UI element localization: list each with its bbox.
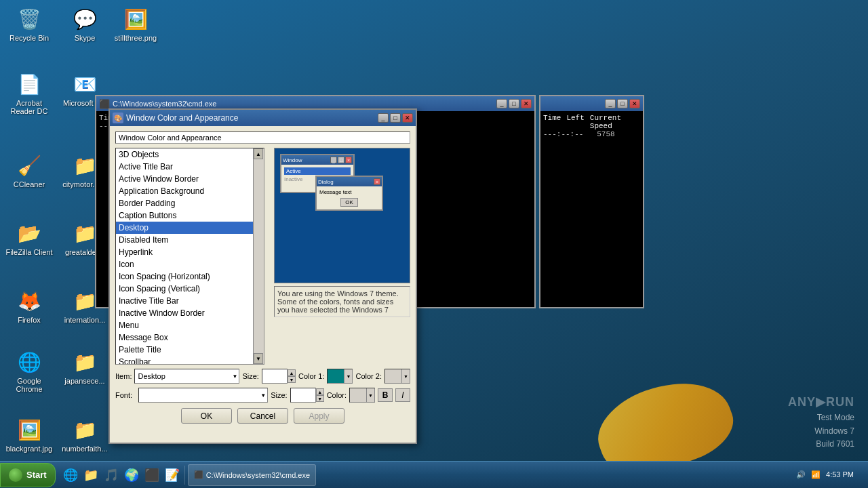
- cmd-win-controls: _ □ ✕: [496, 99, 532, 108]
- desktop-icon-firefox[interactable]: 🦊 Firefox: [2, 285, 56, 327]
- desktop-icon-recycle-bin[interactable]: 🗑️ Recycle Bin: [2, 3, 56, 45]
- taskbar-cmd-icon[interactable]: ⬛: [142, 466, 161, 485]
- color1-dropdown-arrow: ▼: [344, 369, 352, 383]
- cancel-button[interactable]: Cancel: [237, 408, 288, 424]
- list-item-hyperlink[interactable]: Hyperlink: [116, 246, 253, 258]
- start-button[interactable]: Start: [0, 463, 56, 487]
- dialog-maximize-button[interactable]: □: [390, 113, 401, 123]
- ok-button[interactable]: OK: [181, 408, 232, 424]
- desktop-icon-skype[interactable]: 💬 Skype: [58, 3, 112, 45]
- cmd-maximize-button[interactable]: □: [509, 99, 519, 108]
- clock-time: 4:53 PM: [826, 470, 854, 480]
- network-icon[interactable]: 📶: [811, 470, 821, 479]
- list-item-app-background[interactable]: Application Background: [116, 185, 253, 197]
- list-item-message-box[interactable]: Message Box: [116, 331, 253, 344]
- font-italic-button[interactable]: I: [395, 388, 410, 402]
- list-item-active-titlebar[interactable]: Active Title Bar: [116, 161, 253, 173]
- desktop-icon-blackgrant[interactable]: 🖼️ blackgrant.jpg: [2, 413, 56, 455]
- monitor-close-button[interactable]: ✕: [629, 99, 640, 108]
- size-decrement-button[interactable]: ▼: [288, 376, 296, 383]
- monitor-minimize-button[interactable]: _: [605, 99, 616, 108]
- list-item-scrollbar[interactable]: Scrollbar: [116, 356, 253, 364]
- dialog-minimize-button[interactable]: _: [378, 113, 389, 123]
- dialog-titlebar[interactable]: 🎨 Window Color and Appearance _ □ ✕: [110, 110, 416, 126]
- taskbar-browser2-icon[interactable]: 🌍: [122, 466, 141, 485]
- item-dropdown-arrow: ▼: [233, 373, 238, 380]
- test-mode-label: Test Mode: [788, 411, 854, 424]
- appearance-dialog: 🎨 Window Color and Appearance _ □ ✕ Wind…: [108, 108, 417, 444]
- taskbar-folder-icon[interactable]: 📁: [81, 466, 100, 485]
- list-item-icon-spacing-h[interactable]: Icon Spacing (Horizontal): [116, 270, 253, 283]
- item-list[interactable]: 3D Objects Active Title Bar Active Windo…: [116, 148, 253, 364]
- font-bold-button[interactable]: B: [378, 388, 393, 402]
- apply-button[interactable]: Apply: [294, 408, 344, 424]
- right-panel: Window _ □ × Active Inactive: [274, 148, 410, 365]
- international-icon: 📁: [71, 287, 98, 314]
- font-size-input[interactable]: [290, 388, 316, 403]
- item-label: Item:: [115, 372, 132, 380]
- taskbar-items: ⬛ C:\Windows\system32\cmd.exe: [185, 462, 791, 488]
- scrollbar-down-arrow[interactable]: ▼: [254, 353, 263, 364]
- desktop-icon-acrobat[interactable]: 📄 Acrobat Reader DC: [2, 68, 56, 118]
- size-input[interactable]: [262, 369, 288, 384]
- font-size-decrement-button[interactable]: ▼: [316, 395, 324, 402]
- scrollbar-up-arrow[interactable]: ▲: [254, 148, 263, 159]
- desktop-icon-numberfaith[interactable]: 📁 numberfaith...: [58, 413, 112, 455]
- list-item-3dobjects[interactable]: 3D Objects: [116, 148, 253, 161]
- stillthree-icon: 🖼️: [122, 5, 149, 33]
- anyrun-label: ANY▶RUN: [788, 392, 854, 412]
- numberfaith-label: numberfaith...: [62, 445, 107, 453]
- item-dropdown[interactable]: Desktop ▼: [134, 369, 239, 384]
- font-dropdown-arrow: ▼: [260, 392, 266, 399]
- font-dropdown[interactable]: ▼: [138, 388, 268, 403]
- list-item-caption-buttons[interactable]: Caption Buttons: [116, 209, 253, 222]
- dialog-close-button[interactable]: ✕: [402, 113, 413, 123]
- font-color-label: Color:: [327, 391, 347, 399]
- list-item-disabled-item[interactable]: Disabled Item: [116, 234, 253, 246]
- cmd-close-button[interactable]: ✕: [521, 99, 532, 108]
- font-color-dropdown-arrow: ▼: [366, 388, 374, 402]
- list-item-border-padding[interactable]: Border Padding: [116, 197, 253, 209]
- list-item-palette-title[interactable]: Palette Title: [116, 344, 253, 356]
- desktop-icon-stillthree[interactable]: 🖼️ stillthree.png: [108, 3, 163, 45]
- skype-icon: 💬: [71, 5, 98, 33]
- desktop-icon-japansece[interactable]: 📁 japansece...: [58, 346, 112, 388]
- list-item-inactive-titlebar[interactable]: Inactive Title Bar: [116, 295, 253, 307]
- size-increment-button[interactable]: ▲: [288, 369, 296, 376]
- list-item-desktop[interactable]: Desktop: [116, 222, 253, 234]
- desktop-icon-ccleaner[interactable]: 🧹 CCleaner: [2, 149, 56, 191]
- list-item-icon[interactable]: Icon: [116, 258, 253, 270]
- build-label: Build 7601: [788, 438, 854, 451]
- taskbar-media-icon[interactable]: 🎵: [102, 466, 121, 485]
- list-scrollbar[interactable]: ▲ ▼: [253, 148, 264, 364]
- skype-label: Skype: [75, 34, 96, 42]
- japansece-icon: 📁: [71, 348, 98, 375]
- taskbar-app-icon[interactable]: 📝: [163, 466, 182, 485]
- preview-win-2-titlebar: Dialog ×: [317, 177, 382, 186]
- acrobat-label: Acrobat Reader DC: [5, 99, 54, 115]
- taskbar-ie-icon[interactable]: 🌐: [61, 466, 80, 485]
- sound-icon[interactable]: 🔊: [796, 470, 806, 479]
- color1-swatch[interactable]: ▼: [327, 369, 353, 384]
- size-spinner: ▲ ▼: [288, 369, 296, 383]
- font-color-swatch[interactable]: ▼: [349, 388, 375, 403]
- list-item-active-window-border[interactable]: Active Window Border: [116, 173, 253, 185]
- dialog-win-controls: _ □ ✕: [378, 113, 413, 123]
- preview-min-btn: _: [330, 157, 337, 163]
- font-size-input-group: ▲ ▼: [290, 388, 324, 403]
- preview-area: Window _ □ × Active Inactive: [274, 148, 410, 283]
- font-size-increment-button[interactable]: ▲: [316, 388, 324, 395]
- dialog-content: Window Color and Appearance 3D Objects A…: [110, 126, 416, 429]
- monitor-maximize-button[interactable]: □: [617, 99, 628, 108]
- start-label: Start: [26, 470, 47, 480]
- color2-label: Color 2:: [355, 372, 382, 380]
- desktop-icon-filezilla[interactable]: 📂 FileZilla Client: [2, 217, 56, 259]
- color2-swatch[interactable]: ▼: [384, 369, 410, 384]
- list-item-menu[interactable]: Menu: [116, 319, 253, 331]
- cmd-minimize-button[interactable]: _: [496, 99, 507, 108]
- list-item-icon-spacing-v[interactable]: Icon Spacing (Vertical): [116, 283, 253, 295]
- monitor-window[interactable]: _ □ ✕ TimeLeftCurrent Speed ---:--:-- 57…: [539, 95, 644, 308]
- desktop-icon-chrome[interactable]: 🌐 Google Chrome: [2, 346, 56, 396]
- taskbar-item-cmd[interactable]: ⬛ C:\Windows\system32\cmd.exe: [188, 464, 316, 486]
- list-item-inactive-window-border[interactable]: Inactive Window Border: [116, 307, 253, 319]
